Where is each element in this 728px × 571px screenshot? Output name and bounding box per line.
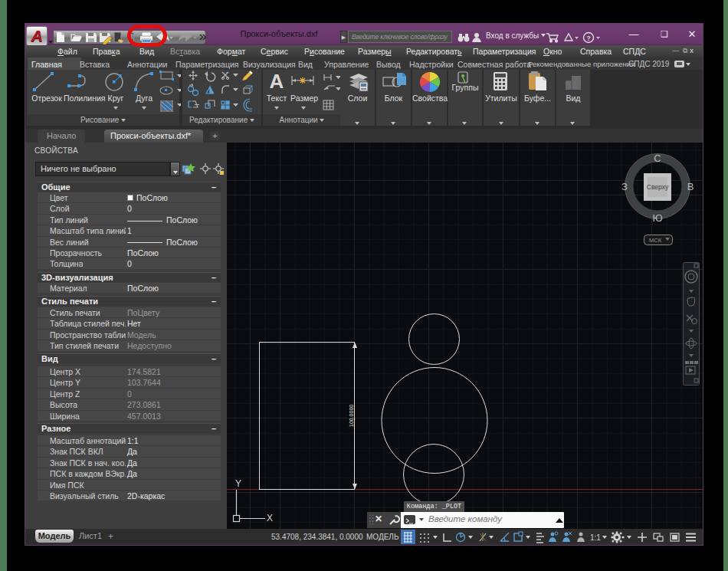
svg-text:X: X [267,513,273,523]
svg-text:100.0000: 100.0000 [349,405,354,427]
svg-text:З: З [621,181,628,192]
svg-text:Сверху: Сверху [647,183,669,191]
svg-text:МСК: МСК [649,237,662,244]
svg-text:1:1: 1:1 [590,533,601,542]
svg-text:Ю: Ю [652,212,662,224]
svg-text:С: С [654,153,661,164]
svg-text:Y: Y [235,478,241,489]
svg-text:?: ? [586,34,591,42]
svg-text:В: В [687,181,694,192]
